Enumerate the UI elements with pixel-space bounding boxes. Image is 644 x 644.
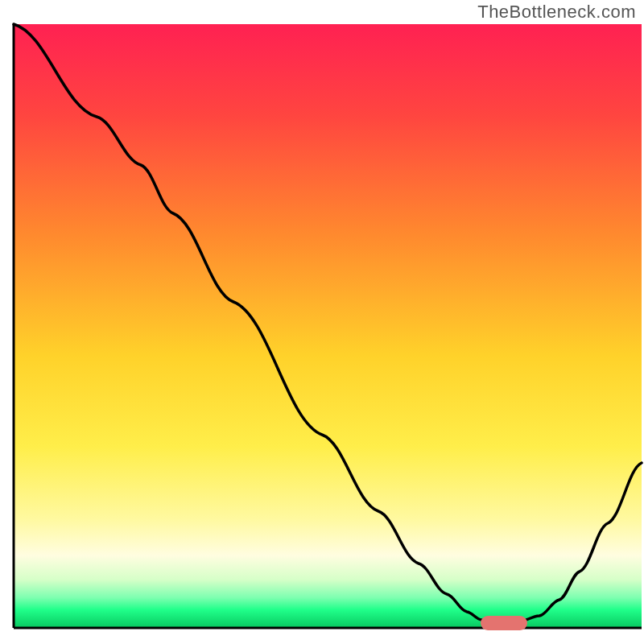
chart-stage: TheBottleneck.com	[0, 0, 644, 644]
chart-svg	[0, 0, 644, 644]
watermark-text: TheBottleneck.com	[477, 2, 636, 23]
optimal-marker	[481, 616, 527, 630]
gradient-background	[14, 24, 642, 628]
